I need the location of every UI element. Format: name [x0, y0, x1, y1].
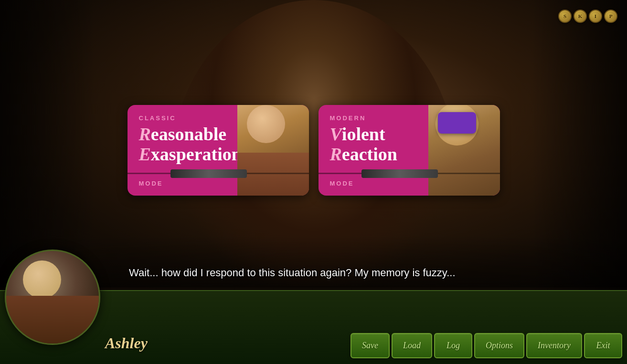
title-rest-1-classic: easonable: [151, 124, 226, 144]
skip-coin-p: P: [604, 10, 617, 23]
exit-button[interactable]: Exit: [584, 333, 622, 358]
title-first-letter2-modern: R: [330, 144, 342, 164]
choices-container: CLASSIC Reasonable Exasperation MODE MOD…: [128, 105, 500, 196]
character-name: Ashley: [105, 334, 148, 352]
dialogue-text: Wait... how did I respond to this situat…: [129, 266, 570, 281]
skip-coin-s: S: [558, 10, 572, 23]
mode-label-bottom-modern: MODE: [330, 180, 354, 187]
log-button[interactable]: Log: [434, 333, 472, 358]
card-portrait-modern: [428, 105, 500, 196]
skip-button[interactable]: SKIP: [558, 10, 617, 23]
card-object-line-classic: [128, 173, 309, 174]
mode-label-bottom-classic: MODE: [139, 180, 163, 187]
card-object-line-modern: [319, 173, 500, 174]
options-button[interactable]: Options: [474, 333, 524, 358]
avatar-container: [5, 250, 110, 354]
skip-coin-k: K: [574, 10, 587, 23]
bottom-bar: Ashley SaveLoadLogOptionsInventoryExit: [0, 290, 627, 364]
action-buttons: SaveLoadLogOptionsInventoryExit: [351, 333, 622, 358]
inventory-button[interactable]: Inventory: [526, 333, 582, 358]
title-first-letter2-classic: E: [139, 144, 151, 164]
title-first-letter-classic: R: [139, 124, 151, 144]
title-rest-2-modern: eaction: [342, 144, 397, 164]
title-rest-1-modern: iolent: [342, 124, 385, 144]
title-rest-2-classic: xasperation: [151, 144, 242, 164]
skip-coin-i: I: [589, 10, 602, 23]
avatar: [5, 250, 100, 345]
choice-card-classic[interactable]: CLASSIC Reasonable Exasperation MODE: [128, 105, 309, 196]
choice-card-modern[interactable]: MODERN Violent Reaction MODE: [319, 105, 500, 196]
load-button[interactable]: Load: [392, 333, 432, 358]
title-first-letter-modern: V: [330, 124, 342, 144]
save-button[interactable]: Save: [351, 333, 390, 358]
card-portrait-classic: [237, 105, 309, 196]
